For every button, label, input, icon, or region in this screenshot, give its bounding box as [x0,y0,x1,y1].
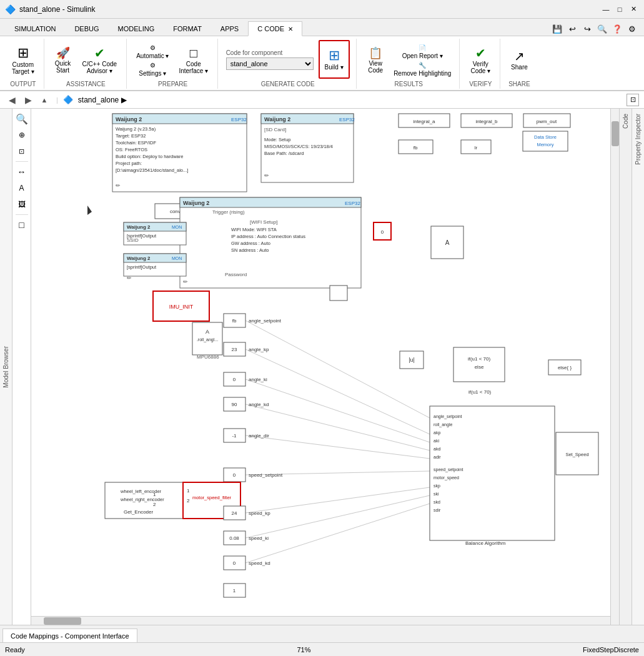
fit-btn[interactable]: ⊡ [14,144,29,159]
svg-text:1: 1 [233,588,236,594]
save-btn[interactable]: 💾 [550,22,564,36]
help-btn[interactable]: ❓ [610,22,624,36]
component-select[interactable]: stand_alone [226,57,314,70]
svg-text:2: 2 [153,502,156,507]
svg-line-134 [245,321,430,418]
open-report-button[interactable]: 📄 Open Report ▾ [390,44,454,60]
quick-start-button[interactable]: 🚀 QuickStart [51,41,76,80]
text-btn[interactable]: A [14,181,29,196]
svg-text:ESP32: ESP32 [339,117,355,122]
svg-rect-0 [112,114,247,192]
svg-text:if(u1 < 70): if(u1 < 70) [468,389,492,395]
svg-text:integral_a: integral_a [413,119,435,124]
svg-text:Waijung 2: Waijung 2 [116,116,142,122]
redo-btn[interactable]: ↪ [580,22,594,36]
svg-text:speed_setpoint: speed_setpoint [249,472,283,478]
svg-text:Base Path: /sdcard: Base Path: /sdcard [264,151,304,156]
tab-apps[interactable]: APPS [211,21,248,36]
svg-text:MISO/MOSI/SCK/CS: 19/23/18/4: MISO/MOSI/SCK/CS: 19/23/18/4 [264,144,333,149]
tab-ccode[interactable]: C CODE ✕ [248,21,302,36]
svg-text:✏: ✏ [264,172,269,179]
diagram-canvas[interactable]: Waijung 2 ESP32 Waijung 2 (v.23.5a) Targ… [31,109,619,625]
svg-text:Mode: Setup: Mode: Setup [264,137,291,142]
automatic-button[interactable]: ⚙ Automatic ▾ [133,44,172,60]
ribbon-group-share: ↗ Share SHARE [502,39,537,89]
ribbon-group-generate: Code for component stand_alone ⊞ Build ▾… [219,39,357,89]
svg-text:angle_dir: angle_dir [249,433,269,439]
bottom-tab-code-mappings[interactable]: Code Mappings - Component Interface [2,629,137,642]
arrow-btn[interactable]: ↔ [14,164,29,179]
svg-text:90: 90 [232,402,237,407]
vertical-scrollbar[interactable] [610,109,619,625]
up-button[interactable]: ▲ [37,93,51,107]
svg-text:MPU6886: MPU6886 [197,354,219,360]
ribbon-tabs: SIMULATION DEBUG MODELING FORMAT APPS C … [0,19,644,36]
svg-rect-66 [330,286,347,301]
svg-text:-1: -1 [232,433,237,439]
svg-text:SSID: SSID [127,237,139,243]
zoom-in-btn[interactable]: 🔍 [14,111,29,126]
remove-highlighting-button[interactable]: 🔧 Remove Highlighting [390,61,454,77]
custom-target-button[interactable]: ⊞ CustomTarget ▾ [7,41,39,80]
open-report-label: Open Report ▾ [402,52,443,59]
svg-text:Memory: Memory [537,142,553,147]
build-icon: ⊞ [329,49,340,62]
code-for-label: Code for component [226,49,314,56]
svg-text:.roll_angl...: .roll_angl... [197,337,218,342]
bottom-tabs: Code Mappings - Component Interface [0,625,644,642]
horizontal-scrollbar[interactable] [31,616,610,625]
maximize-button[interactable]: □ [614,4,625,15]
svg-text:Set_Speed: Set_Speed [565,452,588,457]
svg-text:aki: aki [433,439,439,443]
settings-button[interactable]: ⚙ Settings ▾ [133,61,172,77]
svg-text:A: A [206,329,209,335]
view-code-label: ViewCode [368,60,383,74]
code-advisor-button[interactable]: ✔ C/C++ CodeAdvisor ▾ [78,41,122,80]
search-btn[interactable]: 🔍 [595,22,609,36]
svg-text:Data Store: Data Store [534,134,557,140]
svg-text:Waijung 2: Waijung 2 [183,200,209,206]
code-panel-label: Code [622,114,629,129]
svg-text:wheel_right_encoder: wheel_right_encoder [120,497,164,502]
address-bar: ◀ ▶ ▲ | 🔷 stand_alone ▶ ⊡ [0,91,644,109]
settings-qa-btn[interactable]: ⚙ [625,22,639,36]
svg-text:GW address : Auto: GW address : Auto [231,241,270,246]
model-browser-panel: Model Browser [0,109,12,625]
share-icon: ↗ [514,50,525,62]
build-button[interactable]: ⊞ Build ▾ [319,40,350,79]
view-code-button[interactable]: 📋 ViewCode [363,41,388,80]
svg-text:✏: ✏ [116,182,121,189]
share-button[interactable]: ↗ Share [507,41,532,80]
svg-text:angle_setpoint: angle_setpoint [433,414,462,419]
svg-text:[sprintf]Output: [sprintf]Output [127,264,157,270]
pan-btn[interactable]: ⊕ [14,127,29,142]
ribbon-group-results: 📋 ViewCode 📄 Open Report ▾ 🔧 Remove High… [358,39,460,89]
svg-line-141 [245,495,430,538]
img-btn[interactable]: 🖼 [14,197,29,212]
v-scroll-thumb[interactable] [612,121,619,146]
rect-btn[interactable]: □ [14,217,29,232]
svg-text:2: 2 [187,498,190,504]
h-scroll-thumb[interactable] [44,617,81,625]
verify-code-button[interactable]: ✔ VerifyCode ▾ [466,41,495,80]
results-group-label: RESULTS [395,81,423,89]
close-button[interactable]: ✕ [628,4,639,15]
svg-text:✏: ✏ [183,279,188,285]
tab-debug[interactable]: DEBUG [65,21,108,36]
tab-simulation[interactable]: SIMULATION [5,21,65,36]
svg-text:motor_speed: motor_speed [433,475,459,480]
verify-group-label: VERIFY [469,81,492,89]
svg-text:fb: fb [232,318,237,324]
undo-btn[interactable]: ↩ [565,22,579,36]
svg-text:akd: akd [433,447,440,451]
tab-format[interactable]: FORMAT [164,21,211,36]
forward-button[interactable]: ▶ [21,93,35,107]
code-interface-button[interactable]: □ CodeInterface ▾ [174,41,212,80]
svg-text:sdir: sdir [433,508,441,512]
svg-text:Waijung 2: Waijung 2 [264,116,290,122]
back-button[interactable]: ◀ [5,93,19,107]
minimize-button[interactable]: — [600,4,612,15]
ribbon-group-verify: ✔ VerifyCode ▾ VERIFY [461,39,500,89]
expand-canvas-button[interactable]: ⊡ [627,94,639,106]
tab-modeling[interactable]: MODELING [109,21,164,36]
